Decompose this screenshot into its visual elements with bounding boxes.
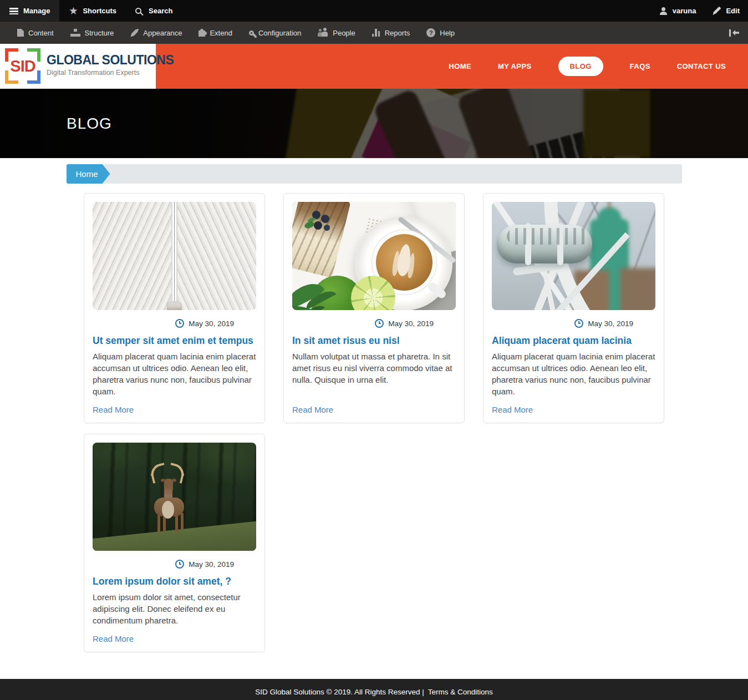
- search-icon: [135, 8, 141, 14]
- breadcrumb-home[interactable]: Home: [67, 164, 110, 184]
- post-excerpt: Nullam volutpat ut massa et pharetra. In…: [292, 351, 456, 385]
- post-excerpt: Aliquam placerat quam lacinia enim place…: [93, 351, 256, 397]
- people-icon: [318, 29, 328, 37]
- sitemap-icon: [70, 29, 80, 37]
- post-date: May 30, 2019: [388, 319, 434, 328]
- post-excerpt: Lorem ipsum dolor sit amet, consectetur …: [93, 591, 256, 626]
- clock-icon: [375, 319, 384, 328]
- admin-toolbar-menu: Content Structure Appearance Extend Conf…: [0, 22, 748, 44]
- clock-icon: [175, 560, 184, 569]
- menu-label: Reports: [385, 29, 410, 37]
- post-date-row: May 30, 2019: [93, 551, 256, 569]
- blog-card: May 30, 2019 Lorem ipsum dolor sit amet,…: [84, 434, 265, 652]
- post-title-link[interactable]: In sit amet risus eu nisl: [292, 335, 456, 347]
- post-thumbnail-architecture: [93, 202, 256, 310]
- pencil-icon: [713, 7, 721, 15]
- nav-blog[interactable]: BLOG: [558, 57, 603, 76]
- post-thumbnail-coffee: [292, 202, 456, 310]
- question-icon: ?: [426, 28, 435, 37]
- main-nav: HOME MY APPS BLOG FAQS CONTACT US: [449, 57, 748, 76]
- puzzle-icon: [199, 31, 205, 37]
- page-title: BLOG: [67, 89, 112, 158]
- post-date: May 30, 2019: [189, 319, 234, 328]
- clock-icon: [175, 319, 184, 328]
- logo-name: GLOBAL SOLUTIONS: [47, 53, 174, 68]
- menu-item-reports[interactable]: Reports: [364, 22, 419, 44]
- bar-chart-icon: [372, 29, 380, 37]
- menu-item-content[interactable]: Content: [9, 22, 62, 44]
- blog-card-grid: May 30, 2019 Ut semper sit amet enim et …: [84, 193, 664, 652]
- menu-item-people[interactable]: People: [309, 22, 363, 44]
- menu-item-configuration[interactable]: Configuration: [241, 22, 309, 44]
- nav-faqs[interactable]: FAQS: [630, 62, 650, 70]
- wrench-icon: [249, 31, 254, 35]
- menu-item-help[interactable]: ? Help: [418, 22, 463, 44]
- tab-manage-label: Manage: [23, 7, 50, 15]
- post-thumbnail-ferris-wheel: [492, 202, 655, 310]
- post-date-row: May 30, 2019: [292, 310, 456, 328]
- menu-label: Configuration: [258, 29, 301, 37]
- left-arrow-icon: [732, 30, 739, 35]
- read-more-link[interactable]: Read More: [492, 397, 655, 414]
- site-logo[interactable]: SID GLOBAL SOLUTIONS Digital Transformat…: [0, 44, 156, 89]
- menu-label: People: [333, 29, 355, 37]
- menu-label: Structure: [85, 29, 114, 37]
- site-footer: SID Global Solutions © 2019. All Rights …: [0, 679, 748, 700]
- menu-label: Extend: [210, 29, 232, 37]
- username: varuna: [673, 7, 696, 15]
- read-more-link[interactable]: Read More: [292, 397, 456, 414]
- hero-overlay: [0, 89, 748, 158]
- menu-label: Help: [440, 29, 455, 37]
- post-date: May 30, 2019: [588, 319, 633, 328]
- post-thumbnail-deer: [93, 443, 256, 551]
- post-excerpt: Aliquam placerat quam lacinia enim place…: [492, 351, 655, 397]
- tab-shortcuts-label: Shortcuts: [83, 7, 116, 15]
- nav-my-apps[interactable]: MY APPS: [498, 62, 532, 70]
- admin-toolbar-top: Manage Shortcuts Search varuna Edit: [0, 0, 748, 22]
- tab-search[interactable]: Search: [126, 0, 182, 22]
- post-date: May 30, 2019: [189, 560, 234, 569]
- tab-manage[interactable]: Manage: [0, 0, 59, 22]
- file-icon: [17, 29, 24, 37]
- logo-acronym: SID: [5, 48, 40, 84]
- blog-card: May 30, 2019 Ut semper sit amet enim et …: [84, 193, 265, 423]
- nav-home[interactable]: HOME: [449, 62, 471, 70]
- breadcrumb: Home: [67, 164, 682, 184]
- terms-link[interactable]: Terms & Conditions: [428, 688, 493, 696]
- user-menu[interactable]: varuna: [651, 0, 705, 22]
- tab-search-label: Search: [149, 7, 172, 15]
- star-icon: [69, 7, 78, 16]
- read-more-link[interactable]: Read More: [93, 626, 256, 643]
- toolbar-collapse-button[interactable]: [728, 27, 740, 39]
- post-title-link[interactable]: Ut semper sit amet enim et tempus: [93, 335, 256, 347]
- user-icon: [659, 7, 668, 15]
- post-title-link[interactable]: Aliquam placerat quam lacinia: [492, 335, 655, 347]
- post-title-link[interactable]: Lorem ipsum dolor sit amet, ?: [93, 576, 256, 587]
- read-more-link[interactable]: Read More: [93, 397, 256, 414]
- menu-item-extend[interactable]: Extend: [190, 22, 240, 44]
- hero-banner: thon BLOG: [0, 89, 748, 158]
- blog-card: May 30, 2019 In sit amet risus eu nisl N…: [283, 193, 465, 423]
- menu-item-appearance[interactable]: Appearance: [122, 22, 190, 44]
- collapse-bar-icon: [729, 29, 731, 37]
- brush-icon: [130, 29, 139, 37]
- menu-label: Appearance: [143, 29, 182, 37]
- clock-icon: [574, 319, 583, 328]
- deer-illustration: [143, 464, 196, 530]
- footer-copyright: SID Global Solutions © 2019. All Rights …: [255, 688, 424, 696]
- nav-contact-us[interactable]: CONTACT US: [677, 62, 726, 70]
- tab-shortcuts[interactable]: Shortcuts: [59, 0, 126, 22]
- edit-label: Edit: [726, 7, 740, 15]
- edit-button[interactable]: Edit: [704, 0, 748, 22]
- blog-card: May 30, 2019 Aliquam placerat quam lacin…: [483, 193, 664, 423]
- post-date-row: May 30, 2019: [93, 310, 256, 328]
- menu-label: Content: [28, 29, 54, 37]
- menu-item-structure[interactable]: Structure: [62, 22, 123, 44]
- post-date-row: May 30, 2019: [492, 310, 655, 328]
- hamburger-icon: [9, 8, 18, 14]
- logo-tagline: Digital Transformation Experts: [47, 69, 174, 77]
- site-header: SID GLOBAL SOLUTIONS Digital Transformat…: [0, 44, 748, 89]
